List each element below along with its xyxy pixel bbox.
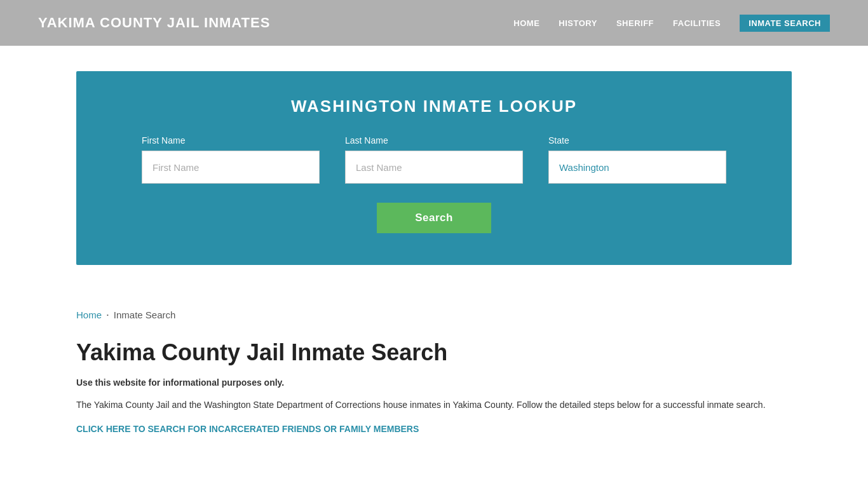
state-label: State <box>548 135 726 146</box>
nav-inmate-search[interactable]: INMATE SEARCH <box>740 15 830 32</box>
first-name-group: First Name <box>142 135 320 184</box>
search-btn-container: Search <box>114 203 754 233</box>
last-name-input[interactable] <box>345 151 523 184</box>
main-content: Yakima County Jail Inmate Search Use thi… <box>0 327 868 460</box>
breadcrumb-separator: • <box>107 312 109 318</box>
first-name-input[interactable] <box>142 151 320 184</box>
last-name-label: Last Name <box>345 135 523 146</box>
last-name-group: Last Name <box>345 135 523 184</box>
info-text-body: The Yakima County Jail and the Washingto… <box>76 398 792 412</box>
first-name-label: First Name <box>142 135 320 146</box>
click-here-link[interactable]: CLICK HERE to Search for Incarcerated Fr… <box>76 424 419 434</box>
state-input[interactable] <box>548 151 726 184</box>
header: YAKIMA COUNTY JAIL INMATES HOME HISTORY … <box>0 0 868 46</box>
site-title: YAKIMA COUNTY JAIL INMATES <box>38 15 270 31</box>
page-title: Yakima County Jail Inmate Search <box>76 339 792 366</box>
nav: HOME HISTORY SHERIFF FACILITIES INMATE S… <box>513 15 830 32</box>
state-group: State <box>548 135 726 184</box>
search-button[interactable]: Search <box>377 203 491 233</box>
banner-title: WASHINGTON INMATE LOOKUP <box>114 97 754 116</box>
breadcrumb: Home • Inmate Search <box>0 290 868 327</box>
nav-history[interactable]: HISTORY <box>559 18 597 28</box>
nav-facilities[interactable]: FACILITIES <box>673 18 721 28</box>
nav-sheriff[interactable]: SHERIFF <box>616 18 654 28</box>
nav-home[interactable]: HOME <box>513 18 539 28</box>
breadcrumb-home-link[interactable]: Home <box>76 309 102 320</box>
search-banner: WASHINGTON INMATE LOOKUP First Name Last… <box>76 71 792 265</box>
info-text-bold: Use this website for informational purpo… <box>76 377 792 388</box>
form-fields: First Name Last Name State <box>114 135 754 184</box>
breadcrumb-current: Inmate Search <box>114 309 176 320</box>
